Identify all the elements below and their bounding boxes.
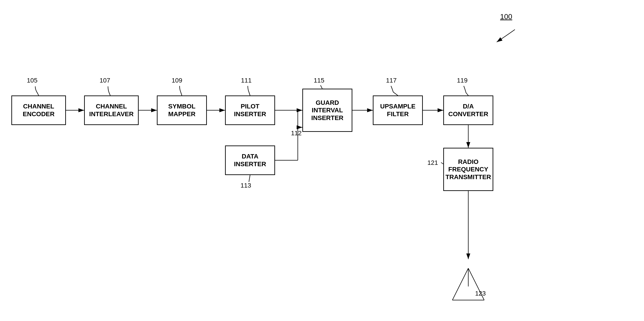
ref-115: 115	[314, 77, 324, 84]
ref-112: 112	[291, 130, 302, 137]
data-inserter-block: DATAINSERTER	[225, 146, 275, 175]
upsample-filter-label: UPSAMPLEFILTER	[380, 102, 416, 118]
pilot-inserter-block: PILOTINSERTER	[225, 96, 275, 125]
rf-transmitter-block: RADIOFREQUENCYTRANSMITTER	[443, 148, 493, 191]
svg-line-16	[452, 268, 468, 300]
channel-interleaver-label: CHANNELINTERLEAVER	[89, 102, 134, 118]
pilot-inserter-label: PILOTINSERTER	[234, 102, 266, 118]
data-inserter-label: DATAINSERTER	[234, 152, 266, 168]
upsample-filter-block: UPSAMPLEFILTER	[373, 96, 423, 125]
ref-111: 111	[241, 77, 252, 84]
ref-119: 119	[457, 77, 468, 84]
rf-transmitter-label: RADIOFREQUENCYTRANSMITTER	[446, 158, 491, 181]
ref-123: 123	[475, 290, 486, 297]
channel-interleaver-block: CHANNELINTERLEAVER	[84, 96, 139, 125]
guard-interval-inserter-label: GUARDINTERVALINSERTER	[311, 99, 344, 122]
symbol-mapper-label: SYMBOLMAPPER	[168, 102, 196, 118]
da-converter-label: D/ACONVERTER	[448, 102, 488, 118]
ref-113: 113	[240, 182, 251, 189]
ref-117: 117	[386, 77, 397, 84]
arrows-svg	[0, 0, 644, 321]
diagram: 100 CHANNEL ENCODER 105 CHANNELINTERLEAV…	[0, 0, 644, 321]
channel-encoder-block: CHANNEL ENCODER	[11, 96, 66, 125]
guard-interval-inserter-block: GUARDINTERVALINSERTER	[302, 89, 352, 132]
symbol-mapper-block: SYMBOLMAPPER	[157, 96, 207, 125]
da-converter-block: D/ACONVERTER	[443, 96, 493, 125]
ref-121: 121	[427, 159, 438, 166]
ref-105: 105	[27, 77, 38, 84]
ref-100: 100	[500, 12, 512, 21]
ref-107: 107	[100, 77, 110, 84]
channel-encoder-label: CHANNEL ENCODER	[12, 102, 65, 118]
ref-109: 109	[172, 77, 182, 84]
